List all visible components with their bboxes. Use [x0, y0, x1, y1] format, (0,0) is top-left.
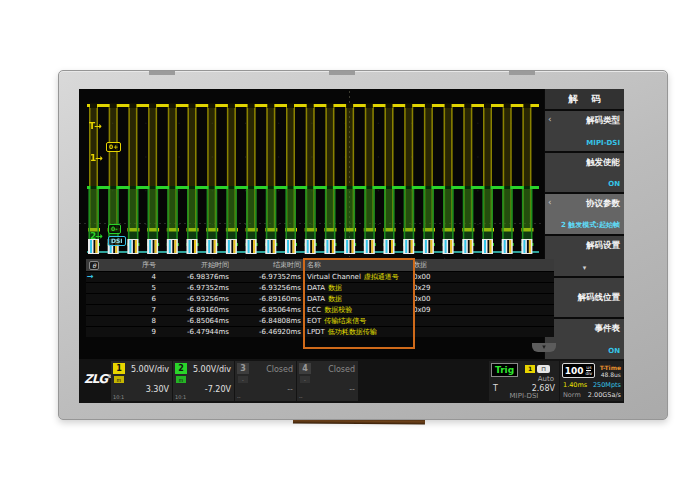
cell-start-time: -6.47944ms [160, 328, 233, 336]
channel-number-badge: 3 [237, 363, 249, 374]
menu-item-label: 协议参数 [586, 198, 620, 210]
table-row[interactable]: 8-6.85064ms-6.84808msEOT传输结束信号 [86, 315, 554, 326]
cell-data: 0x00 [411, 273, 554, 281]
col-header-start: 开始时间 [160, 260, 233, 270]
memory-depth: 250Mpts [593, 381, 621, 389]
decode-menu: 解 码 ‹解码类型MIPI-DSI触发使能ON‹协议参数2 触发模式:起始帧解码… [544, 89, 624, 359]
chevron-left-icon: ‹ [548, 115, 552, 124]
menu-item-trigger-enable[interactable]: 触发使能ON [545, 153, 624, 193]
cell-index: 4 [100, 273, 160, 281]
impedance-icon: - [238, 376, 248, 383]
channel-3-status[interactable]: 3---Closed-- [235, 361, 296, 401]
frame-mount-tab [509, 71, 535, 75]
table-row[interactable]: →4-6.98376ms-6.97352msVirtual Channel虚拟通… [86, 271, 554, 282]
menu-item-label: 解码类型 [586, 115, 620, 127]
waveform-area: T→ 1→ 2→ 0+ 0- DSI θ 序号 开始时间 结束时间 名称 数据 … [79, 89, 544, 359]
channel-1-status[interactable]: 1m10:15.00V/div3.30V [111, 361, 172, 401]
theta-icon: θ [86, 261, 100, 270]
acquisition-mode: Norm [563, 391, 581, 399]
timebase-scale-box: 100 us div [562, 363, 595, 378]
cell-index: 7 [100, 306, 160, 314]
table-row[interactable]: 9-6.47944ms-6.46920msLPDT低功耗数据传输 [86, 326, 554, 337]
cell-index: 6 [100, 295, 160, 303]
channel-offset: -- [349, 385, 355, 394]
col-header-name: 名称 [305, 260, 411, 270]
cell-end-time: -6.85064ms [233, 306, 305, 314]
menu-item-label: 事件表 [595, 323, 621, 335]
trigger-status-block[interactable]: Trig 1 ⊓ Auto T 2.68V MIPI-DSI [489, 361, 559, 401]
packet-name-annotation: 虚拟通道号 [364, 273, 399, 281]
menu-item-decode-settings[interactable]: 解码设置▾ [545, 236, 624, 276]
timebase-status-block[interactable]: 100 us div T-Time 48.8us 1.40ms 250Mpts … [560, 361, 623, 401]
impedance-icon: - [300, 376, 310, 383]
menu-item-label: 解码线位置 [578, 292, 621, 304]
menu-item-decode-type[interactable]: ‹解码类型MIPI-DSI [545, 111, 624, 151]
cell-start-time: -6.97352ms [160, 284, 233, 292]
table-row[interactable]: 7-6.89160ms-6.85064msECC数据校验0x09 [86, 304, 554, 315]
channel-scale: 5.00V/div [131, 365, 169, 374]
cell-name: Virtual Channel虚拟通道号 [305, 272, 411, 282]
trigger-pulse-icon: ⊓ [537, 365, 550, 373]
packet-name-annotation: 低功耗数据传输 [328, 328, 377, 336]
menu-item-value: 2 触发模式:起始帧 [561, 220, 620, 230]
table-body: →4-6.98376ms-6.97352msVirtual Channel虚拟通… [86, 271, 554, 337]
channel-scale: 5.00V/div [193, 365, 231, 374]
trig-badge: Trig [491, 363, 518, 377]
status-bar: ZLG® Trig 1 ⊓ Auto T 2.68V MIPI-DSI 100 … [79, 359, 624, 403]
packet-name: ECC [307, 306, 321, 314]
packet-name: EOT [307, 317, 321, 325]
channel2-marker[interactable]: 2→ [90, 231, 102, 241]
packet-name-annotation: 数据校验 [324, 306, 352, 314]
chevron-down-icon: ▾ [545, 264, 624, 272]
trigger-source-badge: 1 [525, 365, 535, 373]
frame-mount-tab [149, 71, 175, 75]
cell-name: DATA数据 [305, 283, 411, 293]
col-header-end: 结束时间 [233, 260, 305, 270]
channel-offset: -7.20V [205, 385, 231, 394]
table-row[interactable]: 6-6.93256ms-6.89160msDATA数据0x00 [86, 293, 554, 304]
t-time-value: 48.8us [601, 371, 621, 378]
selected-row-arrow-icon: → [86, 272, 100, 282]
col-header-index: 序号 [100, 260, 160, 270]
channel-2-status[interactable]: 2m10:15.00V/div-7.20V [173, 361, 234, 401]
menu-item-protocol-params[interactable]: ‹协议参数2 触发模式:起始帧 [545, 194, 624, 234]
cell-end-time: -6.97352ms [233, 273, 305, 281]
channel-4-status[interactable]: 4---Closed-- [297, 361, 358, 401]
col-header-data: 数据 [411, 260, 554, 270]
cell-data: 0x09 [411, 306, 554, 314]
zlg-logo: ZLG® [84, 372, 111, 386]
packet-name: Virtual Channel [307, 273, 361, 281]
menu-item-event-table[interactable]: 事件表ON [545, 319, 624, 359]
cell-name: DATA数据 [305, 294, 411, 304]
oscilloscope-screen: T→ 1→ 2→ 0+ 0- DSI θ 序号 开始时间 结束时间 名称 数据 … [79, 89, 624, 403]
timebase-value: 100 [565, 366, 584, 376]
cell-data: 0x29 [411, 284, 554, 292]
menu-item-label: 解码设置 [586, 240, 620, 252]
packet-name: DATA [307, 295, 325, 303]
channel-offset: -- [287, 385, 293, 394]
probe-ratio: 10:1 [175, 394, 186, 400]
cell-name: ECC数据校验 [305, 305, 411, 315]
probe-ratio: 10:1 [113, 394, 124, 400]
cell-end-time: -6.89160ms [233, 295, 305, 303]
table-header-row: θ 序号 开始时间 结束时间 名称 数据 [86, 259, 554, 271]
packet-name-annotation: 传输结束信号 [324, 317, 366, 325]
channel-number-badge: 2 [175, 363, 187, 374]
packet-name: LPDT [307, 328, 325, 336]
sample-rate: 2.00GSa/s [588, 391, 621, 399]
menu-item-value: ON [608, 180, 620, 188]
table-scroll-down-button[interactable]: ▾ [532, 343, 556, 352]
channel1-marker[interactable]: 1→ [90, 153, 102, 163]
lcd-panel-frame: T→ 1→ 2→ 0+ 0- DSI θ 序号 开始时间 结束时间 名称 数据 … [58, 70, 668, 420]
cell-start-time: -6.98376ms [160, 273, 233, 281]
table-row[interactable]: 5-6.97352ms-6.93256msDATA数据0x29 [86, 282, 554, 293]
cell-end-time: -6.93256ms [233, 284, 305, 292]
menu-title: 解 码 [545, 89, 624, 109]
bus-label-d0-minus: 0- [108, 224, 121, 234]
decode-event-table: θ 序号 开始时间 结束时间 名称 数据 →4-6.98376ms-6.9735… [86, 259, 554, 337]
menu-item-decode-line-position[interactable]: 解码线位置 [545, 278, 624, 318]
cell-index: 9 [100, 328, 160, 336]
cell-index: 8 [100, 317, 160, 325]
delay-value: 1.40ms [563, 381, 587, 389]
trigger-level-marker[interactable]: T→ [89, 121, 101, 131]
